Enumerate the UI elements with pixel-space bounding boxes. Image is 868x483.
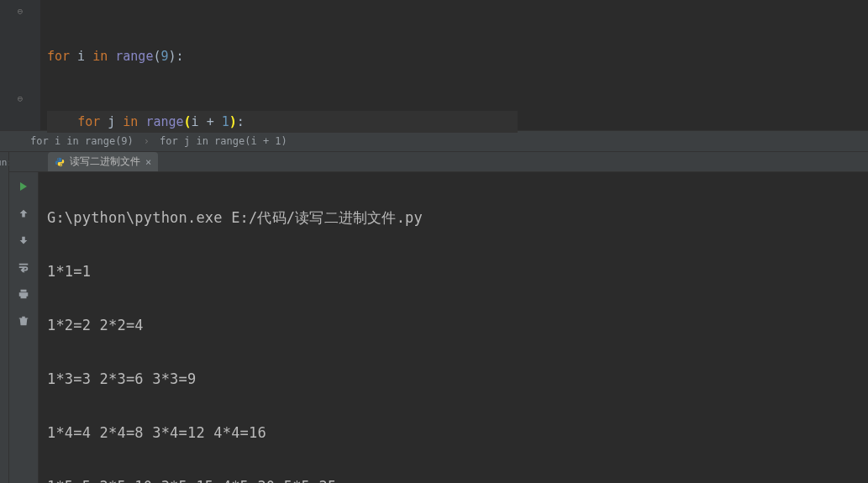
run-tab-label: 读写二进制文件 [70,155,140,169]
run-tab[interactable]: 读写二进制文件 × [48,152,158,171]
fold-start-icon[interactable]: ⊖ [18,7,24,16]
arrow-up-icon[interactable] [16,206,31,221]
rerun-icon[interactable] [16,179,31,194]
console-line: 1*5=5 2*5=10 3*5=15 4*5=20 5*5=25 [47,473,868,483]
print-icon[interactable] [16,286,31,302]
trash-icon[interactable] [16,313,31,328]
breadcrumb-item[interactable]: for i in range(9) [30,135,134,147]
run-tabs: 读写二进制文件 × [9,152,868,172]
console-line: G:\python\python.exe E:/代码/读写二进制文件.py [47,204,868,231]
breadcrumb-item[interactable]: for j in range(i + 1) [160,135,287,147]
code-line[interactable]: for i in range(9): [47,45,518,67]
run-toolbar [9,172,39,483]
code-editor[interactable]: ⊖ ⊖ for i in range(9): for j in range(i … [0,0,868,130]
console-line: 1*1=1 [47,258,868,285]
console-line: 1*2=2 2*2=4 [47,312,868,339]
arrow-down-icon[interactable] [16,233,31,248]
fold-end-icon[interactable]: ⊖ [18,94,24,103]
code-body[interactable]: for i in range(9): for j in range(i + 1)… [40,0,518,130]
run-tool-label[interactable]: un: [0,152,9,483]
console-output[interactable]: G:\python\python.exe E:/代码/读写二进制文件.py 1*… [39,172,868,483]
close-icon[interactable]: × [145,156,151,168]
editor-gutter: ⊖ ⊖ [0,0,40,130]
console-line: 1*4=4 2*4=8 3*4=12 4*4=16 [47,419,868,446]
soft-wrap-icon[interactable] [16,260,31,275]
chevron-right-icon: › [144,135,150,147]
run-tool-window: un: 读写二进制文件 × [0,152,868,483]
python-file-icon [55,157,65,167]
code-line[interactable]: for j in range(i + 1): [47,111,518,133]
console-line: 1*3=3 2*3=6 3*3=9 [47,365,868,392]
